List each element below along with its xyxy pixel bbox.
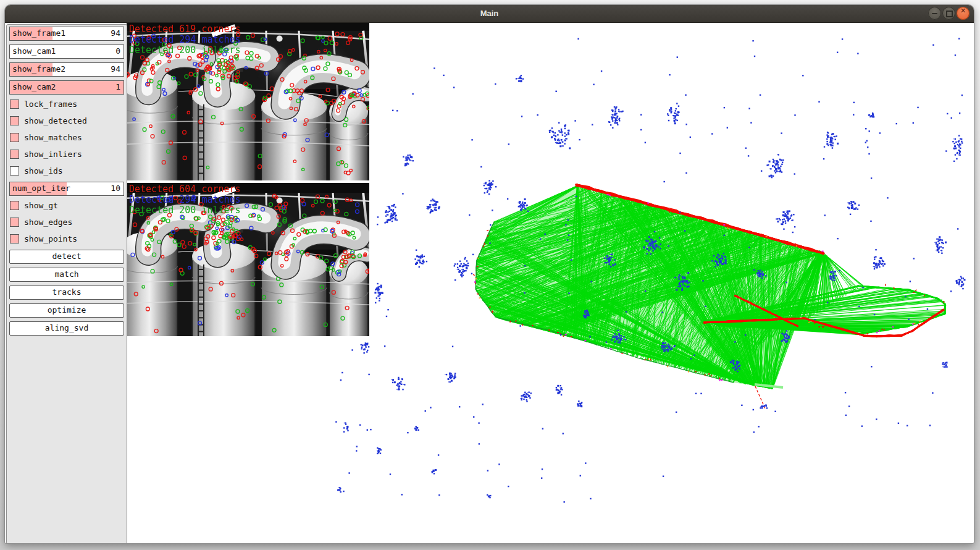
checkbox-show_inliers[interactable]: show_inliers: [9, 148, 124, 161]
button-label: match: [54, 269, 78, 279]
checkbox-box: [10, 99, 19, 109]
camera-view-2[interactable]: [127, 183, 369, 336]
window-controls: ✕: [928, 7, 970, 20]
checkbox-box: [10, 234, 19, 243]
checkbox-show_detected[interactable]: show_detected: [9, 115, 124, 128]
checkbox-box: [10, 150, 19, 159]
slider-show_cam2[interactable]: show_cam21: [9, 80, 124, 95]
window-title: Main: [5, 5, 974, 22]
slider-label: show_cam2: [12, 81, 56, 93]
checkbox-lock_frames[interactable]: lock_frames: [9, 98, 124, 111]
button-label: aling_svd: [45, 323, 88, 332]
slider-value: 10: [111, 182, 120, 194]
camera-view-1[interactable]: [127, 23, 369, 180]
button-label: detect: [52, 252, 82, 261]
button-tracks[interactable]: tracks: [9, 286, 124, 300]
checkbox-label: lock_frames: [24, 98, 77, 110]
button-optimize[interactable]: optimize: [9, 303, 124, 318]
minimize-button[interactable]: [928, 7, 941, 20]
checkbox-label: show_gt: [24, 200, 58, 211]
slider-value: 1: [115, 81, 120, 93]
checkbox-label: show_ids: [24, 165, 63, 177]
checkbox-box: [10, 116, 19, 125]
checkbox-box: [10, 201, 19, 210]
maximize-icon: [946, 11, 953, 17]
checkbox-show_points[interactable]: show_points: [9, 233, 124, 246]
window-content: show_frame194show_cam10show_frame294show…: [5, 23, 974, 543]
checkbox-show_gt[interactable]: show_gt: [9, 200, 124, 213]
button-aling_svd[interactable]: aling_svd: [9, 321, 124, 336]
maximize-button[interactable]: [942, 7, 955, 20]
slider-num_opt_iter[interactable]: num_opt_iter10: [9, 182, 124, 196]
checkbox-show_ids[interactable]: show_ids: [9, 165, 124, 178]
checkbox-box: [10, 166, 19, 176]
slider-label: show_frame2: [12, 63, 65, 75]
slider-value: 94: [111, 27, 120, 39]
checkbox-show_matches[interactable]: show_matches: [9, 132, 124, 145]
desktop-background: { "window": { "title": "Main", "controls…: [0, 0, 980, 550]
checkbox-box: [10, 133, 19, 142]
titlebar[interactable]: Main ✕: [5, 5, 974, 23]
slider-show_cam1[interactable]: show_cam10: [9, 44, 124, 59]
slider-show_frame1[interactable]: show_frame194: [9, 27, 124, 41]
checkbox-label: show_matches: [24, 132, 82, 143]
slider-label: show_cam1: [12, 45, 56, 57]
checkbox-show_edges[interactable]: show_edges: [9, 216, 124, 229]
close-button[interactable]: ✕: [957, 7, 970, 20]
button-label: optimize: [48, 305, 86, 315]
checkbox-label: show_edges: [24, 216, 72, 228]
slider-value: 0: [115, 45, 120, 57]
minimize-icon: [932, 13, 937, 14]
close-icon: ✕: [957, 7, 970, 20]
control-panel: show_frame194show_cam10show_frame294show…: [6, 24, 127, 543]
checkbox-box: [10, 218, 19, 227]
checkbox-label: show_detected: [24, 115, 87, 127]
button-detect[interactable]: detect: [9, 250, 124, 264]
button-label: tracks: [52, 287, 82, 297]
main-window: Main ✕ show_frame194show_cam10show_frame…: [5, 5, 974, 543]
slider-show_frame2[interactable]: show_frame294: [9, 62, 124, 77]
slider-label: num_opt_iter: [12, 182, 70, 194]
checkbox-label: show_inliers: [24, 148, 82, 160]
checkbox-label: show_points: [24, 233, 77, 245]
slider-value: 94: [111, 63, 120, 75]
slider-label: show_frame1: [12, 27, 65, 39]
button-match[interactable]: match: [9, 268, 124, 282]
